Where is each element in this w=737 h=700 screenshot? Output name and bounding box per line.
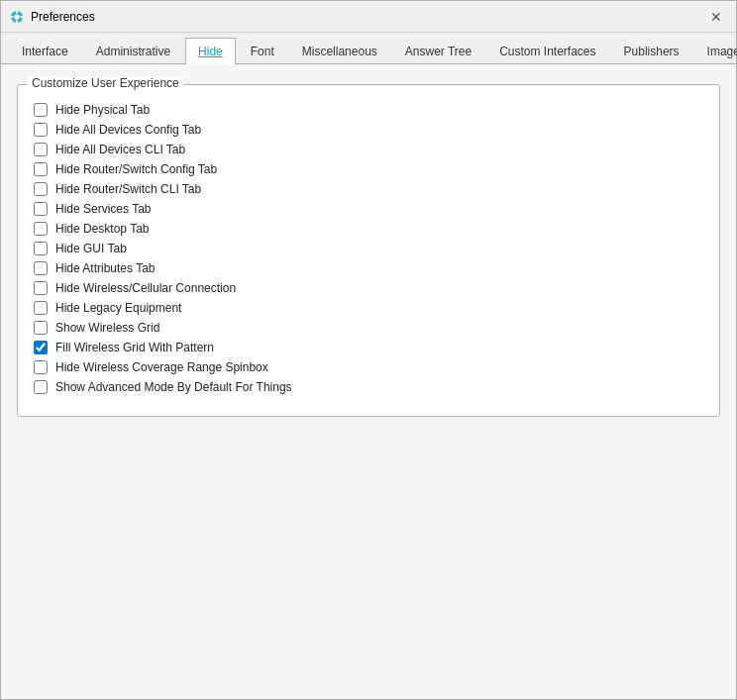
- tab-publishers[interactable]: Publishers: [611, 38, 692, 64]
- tab-miscellaneous[interactable]: Miscellaneous: [289, 38, 390, 64]
- checkbox-hide-legacy-equipment[interactable]: [34, 301, 48, 315]
- svg-rect-5: [21, 16, 24, 18]
- tab-bar: InterfaceAdministrativeHideFontMiscellan…: [1, 33, 736, 64]
- title-bar: Preferences ✕: [1, 1, 736, 33]
- tab-image-cleanup[interactable]: Image Cleanup: [694, 38, 737, 64]
- checkbox-item-show-wireless-grid: Show Wireless Grid: [34, 321, 703, 335]
- tab-hide[interactable]: Hide: [185, 38, 236, 64]
- tab-font[interactable]: Font: [238, 38, 287, 64]
- checkbox-item-hide-attributes-tab: Hide Attributes Tab: [34, 261, 703, 275]
- checkbox-item-show-advanced-mode-by-default-for-things: Show Advanced Mode By Default For Things: [34, 380, 703, 394]
- checkbox-item-hide-wireless-coverage-range-spinbox: Hide Wireless Coverage Range Spinbox: [34, 360, 703, 374]
- checkbox-hide-attributes-tab[interactable]: [34, 261, 48, 275]
- checkbox-label-hide-physical-tab[interactable]: Hide Physical Tab: [55, 103, 150, 117]
- checkbox-hide-services-tab[interactable]: [34, 202, 48, 216]
- checkbox-hide-physical-tab[interactable]: [34, 103, 48, 117]
- checkbox-item-hide-physical-tab: Hide Physical Tab: [34, 103, 703, 117]
- checkbox-label-hide-attributes-tab[interactable]: Hide Attributes Tab: [55, 261, 156, 275]
- window-title: Preferences: [31, 10, 704, 24]
- checkbox-show-wireless-grid[interactable]: [34, 321, 48, 335]
- checkbox-item-hide-wireless-cellular-connection: Hide Wireless/Cellular Connection: [34, 281, 703, 295]
- checkbox-label-hide-legacy-equipment[interactable]: Hide Legacy Equipment: [55, 301, 181, 315]
- checkbox-label-hide-router-switch-cli-tab[interactable]: Hide Router/Switch CLI Tab: [55, 182, 201, 196]
- checkbox-hide-wireless-cellular-connection[interactable]: [34, 281, 48, 295]
- customize-group: Customize User Experience Hide Physical …: [17, 84, 720, 417]
- checkbox-item-hide-all-devices-config-tab: Hide All Devices Config Tab: [34, 123, 703, 137]
- checkbox-label-hide-all-devices-cli-tab[interactable]: Hide All Devices CLI Tab: [55, 143, 185, 156]
- checkbox-hide-all-devices-cli-tab[interactable]: [34, 143, 48, 156]
- checkbox-show-advanced-mode-by-default-for-things[interactable]: [34, 380, 48, 394]
- checkbox-item-hide-router-switch-config-tab: Hide Router/Switch Config Tab: [34, 162, 703, 176]
- checkbox-item-hide-desktop-tab: Hide Desktop Tab: [34, 222, 703, 236]
- checkbox-label-hide-wireless-coverage-range-spinbox[interactable]: Hide Wireless Coverage Range Spinbox: [55, 360, 268, 374]
- checkbox-item-hide-services-tab: Hide Services Tab: [34, 202, 703, 216]
- tab-administrative[interactable]: Administrative: [83, 38, 183, 64]
- checkbox-label-show-advanced-mode-by-default-for-things[interactable]: Show Advanced Mode By Default For Things: [55, 380, 292, 394]
- svg-rect-2: [16, 10, 18, 13]
- checkbox-hide-all-devices-config-tab[interactable]: [34, 123, 48, 137]
- tab-custom-interfaces[interactable]: Custom Interfaces: [486, 38, 608, 64]
- svg-point-1: [14, 14, 19, 19]
- checkbox-hide-gui-tab[interactable]: [34, 242, 48, 255]
- checkbox-item-hide-legacy-equipment: Hide Legacy Equipment: [34, 301, 703, 315]
- checkbox-label-hide-wireless-cellular-connection[interactable]: Hide Wireless/Cellular Connection: [55, 281, 236, 295]
- tab-interface[interactable]: Interface: [9, 38, 81, 64]
- checkbox-hide-desktop-tab[interactable]: [34, 222, 48, 236]
- checkbox-item-hide-all-devices-cli-tab: Hide All Devices CLI Tab: [34, 143, 703, 156]
- close-button[interactable]: ✕: [704, 5, 728, 29]
- preferences-window: Preferences ✕ InterfaceAdministrativeHid…: [0, 0, 737, 700]
- tab-answer-tree[interactable]: Answer Tree: [392, 38, 484, 64]
- checkboxes-container: Hide Physical TabHide All Devices Config…: [34, 103, 703, 394]
- checkbox-label-hide-desktop-tab[interactable]: Hide Desktop Tab: [55, 222, 150, 236]
- checkbox-hide-router-switch-config-tab[interactable]: [34, 162, 48, 176]
- checkbox-label-hide-all-devices-config-tab[interactable]: Hide All Devices Config Tab: [55, 123, 201, 137]
- checkbox-item-hide-gui-tab: Hide GUI Tab: [34, 242, 703, 255]
- checkbox-fill-wireless-grid-with-pattern[interactable]: [34, 341, 48, 354]
- checkbox-label-show-wireless-grid[interactable]: Show Wireless Grid: [55, 321, 159, 335]
- checkbox-hide-router-switch-cli-tab[interactable]: [34, 182, 48, 196]
- checkbox-label-hide-router-switch-config-tab[interactable]: Hide Router/Switch Config Tab: [55, 162, 217, 176]
- checkbox-item-fill-wireless-grid-with-pattern: Fill Wireless Grid With Pattern: [34, 341, 703, 354]
- checkbox-label-fill-wireless-grid-with-pattern[interactable]: Fill Wireless Grid With Pattern: [55, 341, 214, 354]
- svg-rect-4: [11, 16, 14, 18]
- svg-rect-3: [16, 20, 18, 23]
- checkbox-item-hide-router-switch-cli-tab: Hide Router/Switch CLI Tab: [34, 182, 703, 196]
- group-legend: Customize User Experience: [28, 76, 183, 90]
- checkbox-label-hide-services-tab[interactable]: Hide Services Tab: [55, 202, 152, 216]
- app-icon: [9, 9, 25, 25]
- checkbox-hide-wireless-coverage-range-spinbox[interactable]: [34, 360, 48, 374]
- main-content: Customize User Experience Hide Physical …: [1, 64, 736, 699]
- checkbox-label-hide-gui-tab[interactable]: Hide GUI Tab: [55, 242, 127, 255]
